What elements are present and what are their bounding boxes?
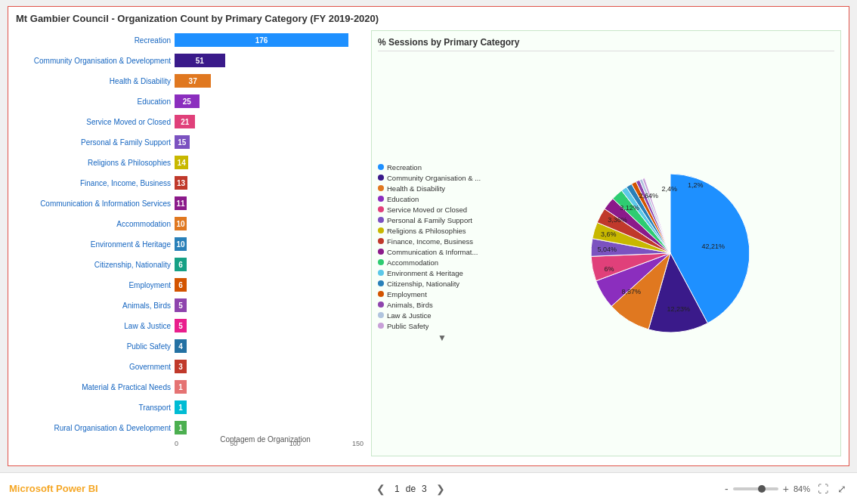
bar-label: Citizenship, Nationality xyxy=(20,261,175,269)
legend-dot xyxy=(378,227,384,233)
bar-label: Animals, Birds xyxy=(20,301,175,310)
bar-value: 176 xyxy=(253,36,271,45)
legend-item: Employment xyxy=(378,290,506,298)
bar-track: 11 xyxy=(175,196,364,210)
legend-text: Accommodation xyxy=(387,258,438,267)
pie-percentage-label: 2,64% xyxy=(639,192,659,199)
bar-label: Personal & Family Support xyxy=(20,138,175,147)
legend-text: Environment & Heritage xyxy=(387,269,463,277)
x-axis: 050100150 xyxy=(20,438,364,447)
bar-track: 176 xyxy=(175,33,364,47)
legend-dot xyxy=(378,175,384,181)
total-pages: 3 xyxy=(422,484,427,494)
bar-fill: 13 xyxy=(175,176,187,190)
legend-text: Service Moved or Closed xyxy=(387,206,467,214)
bar-row: Community Organisation & Development51 xyxy=(20,51,364,70)
bar-label: Health & Disability xyxy=(20,77,175,85)
bar-value: 21 xyxy=(178,118,191,126)
legend-text: Recreation xyxy=(387,163,422,172)
pie-percentage-labels: 42,21%12,23%8,87%6%5,04%3,6%3,36%3,12%2,… xyxy=(583,166,757,340)
page-separator: de xyxy=(406,484,416,494)
legend-dot xyxy=(378,301,384,308)
bar-value: 3 xyxy=(176,363,185,371)
brand-text: Microsoft Power BI xyxy=(9,483,98,494)
pie-percentage-label: 12,23% xyxy=(667,305,690,313)
bar-track: 14 xyxy=(175,156,364,169)
bar-track: 13 xyxy=(175,176,364,190)
bar-row: Government3 xyxy=(20,357,364,376)
pie-percentage-label: 3,6% xyxy=(601,230,617,238)
bar-row: Transport1 xyxy=(20,397,364,417)
legend-text: Public Safety xyxy=(387,322,428,330)
bar-label: Religions & Philosophies xyxy=(20,159,175,167)
bar-fill: 1 xyxy=(175,400,187,414)
bar-fill: 6 xyxy=(175,278,187,292)
bar-track: 1 xyxy=(175,380,364,394)
bar-label: Service Moved or Closed xyxy=(20,118,175,126)
legend-dot xyxy=(378,164,384,170)
legend-text: Citizenship, Nationality xyxy=(387,280,459,288)
zoom-in-button[interactable]: + xyxy=(781,481,790,496)
bar-fill: 25 xyxy=(175,94,200,108)
fullscreen-button[interactable]: ⤢ xyxy=(836,481,848,496)
zoom-out-button[interactable]: - xyxy=(723,481,730,496)
bar-fill: 1 xyxy=(175,380,187,394)
bar-row: Law & Justice5 xyxy=(20,316,364,335)
bar-value: 10 xyxy=(174,240,187,249)
next-page-button[interactable]: ❯ xyxy=(433,481,448,496)
legend-item: Citizenship, Nationality xyxy=(378,280,506,288)
bar-track: 5 xyxy=(175,319,364,332)
bar-row: Animals, Birds5 xyxy=(20,295,364,315)
bar-fill: 51 xyxy=(175,54,225,67)
bar-fill: 5 xyxy=(175,319,187,332)
legend-dot xyxy=(378,270,384,276)
prev-page-button[interactable]: ❮ xyxy=(373,481,388,496)
legend-scroll-indicator[interactable]: ▼ xyxy=(378,332,506,343)
brand-logo: Microsoft Power BI xyxy=(9,483,98,494)
footer-right: - + 84% ⛶ ⤢ xyxy=(723,481,848,496)
bar-row: Rural Organisation & Development1 xyxy=(20,418,364,438)
bar-row: Health & Disability37 xyxy=(20,71,364,91)
legend-dot xyxy=(378,280,384,286)
bar-track: 3 xyxy=(175,360,364,373)
pie-percentage-label: 2,4% xyxy=(662,185,678,193)
bar-row: Accommodation10 xyxy=(20,214,364,233)
bar-label: Accommodation xyxy=(20,220,175,228)
chart-title: Mt Gambier Council - Organization Count … xyxy=(16,13,841,24)
expand-button[interactable]: ⛶ xyxy=(816,481,830,496)
bar-label: Law & Justice xyxy=(20,322,175,330)
legend-item: Animals, Birds xyxy=(378,301,506,309)
bar-value: 6 xyxy=(176,281,185,289)
axis-label: 50 xyxy=(230,440,237,447)
bar-fill: 6 xyxy=(175,258,187,271)
bar-label: Employment xyxy=(20,281,175,289)
bar-row: Communication & Information Services11 xyxy=(20,193,364,213)
bar-value: 15 xyxy=(175,138,188,147)
bar-chart: Recreation176Community Organisation & De… xyxy=(16,30,364,434)
pie-content: RecreationCommunity Organisation & ...He… xyxy=(378,56,834,450)
zoom-slider[interactable] xyxy=(733,487,778,490)
bar-fill: 37 xyxy=(175,74,211,88)
bar-chart-area: Recreation176Community Organisation & De… xyxy=(16,30,364,456)
bar-track: 5 xyxy=(175,298,364,312)
pie-svg-container: 42,21%12,23%8,87%6%5,04%3,6%3,36%3,12%2,… xyxy=(506,166,834,340)
zoom-thumb xyxy=(758,485,766,493)
legend-item: Recreation xyxy=(378,163,506,172)
legend-text: Community Organisation & ... xyxy=(387,174,481,182)
bar-track: 15 xyxy=(175,135,364,149)
bar-label: Education xyxy=(20,97,175,106)
bar-track: 6 xyxy=(175,278,364,292)
legend-text: Education xyxy=(387,195,419,203)
bar-track: 10 xyxy=(175,237,364,251)
legend-text: Law & Justice xyxy=(387,311,432,320)
pie-chart-area: % Sessions by Primary Category Recreatio… xyxy=(371,30,841,456)
legend-item: Finance, Income, Business xyxy=(378,237,506,246)
legend-item: Religions & Philosophies xyxy=(378,227,506,235)
pie-percentage-label: 42,21% xyxy=(701,243,725,250)
bar-value: 51 xyxy=(193,57,206,65)
bar-fill: 15 xyxy=(175,135,190,149)
bar-fill: 10 xyxy=(175,237,187,251)
bar-label: Transport xyxy=(20,404,175,412)
bar-row: Environment & Heritage10 xyxy=(20,234,364,254)
legend-dot xyxy=(378,323,384,329)
